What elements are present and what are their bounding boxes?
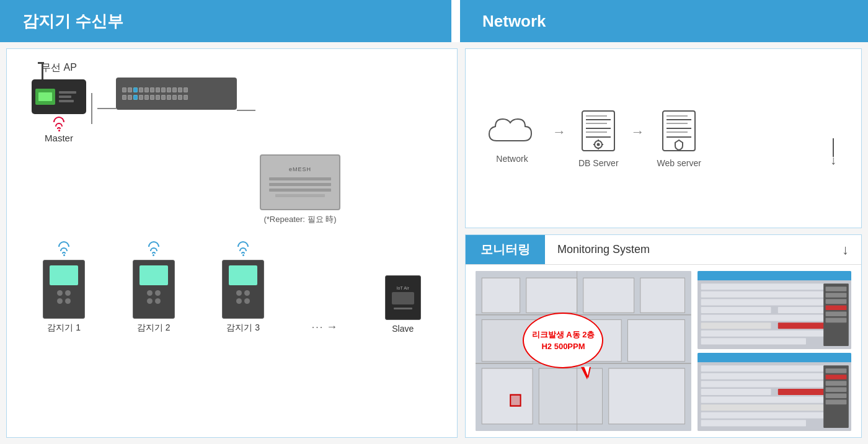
svg-rect-13 (663, 111, 695, 151)
svg-rect-29 (539, 368, 602, 424)
cloud-label: Network (496, 154, 528, 164)
floorplan-screenshot: 리크발생 A동 2층 H2 500PPM (476, 271, 691, 431)
dots-separator: ··· (312, 322, 324, 333)
svg-rect-49 (825, 293, 846, 298)
repeater-label: (*Repeater: 필요 時) (264, 214, 336, 225)
arrow-1: → (552, 124, 566, 140)
svg-rect-23 (583, 278, 634, 313)
svg-rect-70 (825, 394, 846, 399)
bubble-line1: 리크발생 A동 2층 (532, 329, 595, 341)
svg-rect-28 (482, 368, 533, 424)
monitoring-badge: 모니터링 (466, 235, 545, 264)
screenshot-top-right (698, 271, 851, 349)
svg-rect-43 (701, 322, 771, 329)
svg-rect-50 (825, 299, 846, 304)
master-device (32, 79, 86, 114)
sensor-3-label: 감지기 3 (226, 322, 260, 334)
arrow-to-slave: → (326, 321, 337, 334)
network-title: Network (482, 12, 546, 31)
monitor-top-svg (698, 271, 851, 349)
svg-rect-52 (825, 312, 846, 317)
monitoring-system-title: Monitoring System (545, 243, 650, 256)
db-server-label: DB Server (578, 158, 619, 168)
cloud-icon (484, 113, 540, 150)
svg-rect-66 (825, 368, 846, 373)
web-server-icon (660, 109, 698, 153)
repeater-device: eMESH (*Repeater: 필요 時) (156, 154, 445, 225)
svg-rect-24 (640, 278, 685, 313)
svg-rect-64 (701, 420, 805, 426)
web-server-label: Web server (657, 158, 701, 168)
network-switch (116, 78, 237, 110)
master-signal-icon (53, 117, 64, 131)
monitoring-images-row: 리크발생 A동 2층 H2 500PPM (466, 265, 861, 437)
svg-rect-34 (510, 395, 520, 406)
svg-rect-71 (825, 400, 846, 405)
svg-rect-36 (698, 271, 851, 280)
svg-rect-51 (825, 305, 846, 310)
wireless-ap-label: 무선 AP (41, 61, 77, 74)
svg-rect-67 (825, 375, 846, 380)
arrow-2: → (631, 124, 645, 140)
floorplan-overlay: 리크발생 A동 2층 H2 500PPM (476, 271, 691, 431)
web-server-block: Web server (657, 109, 701, 168)
slave-label: Slave (392, 324, 414, 334)
down-arrow-indicator: ↓ (842, 242, 861, 258)
down-arrow-to-monitoring: ↓ (830, 138, 843, 163)
sensor-1-label: 감지기 1 (47, 322, 81, 334)
header-right: Network (460, 0, 868, 42)
svg-rect-27 (627, 320, 684, 362)
alert-bubble: 리크발생 A동 2층 H2 500PPM (523, 313, 603, 368)
svg-rect-40 (701, 307, 771, 313)
svg-point-5 (597, 143, 600, 146)
sensor-1: 감지기 1 (43, 241, 85, 334)
header-gap (451, 0, 459, 42)
screenshot-bottom-right (698, 353, 851, 431)
sensor-2-label: 감지기 2 (137, 322, 170, 334)
svg-rect-53 (825, 318, 846, 323)
master-label: Master (45, 133, 73, 143)
svg-rect-69 (825, 387, 846, 392)
monitor-bottom-svg (698, 353, 851, 431)
cloud-network-block: Network (484, 113, 540, 164)
svg-rect-59 (701, 389, 771, 395)
svg-rect-21 (482, 278, 520, 313)
right-panel: Network → (465, 48, 862, 438)
monitoring-header-row: 모니터링 Monitoring System ↓ (466, 235, 861, 265)
svg-rect-46 (701, 338, 805, 344)
svg-rect-68 (825, 381, 846, 386)
sensors-row: 감지기 1 (19, 235, 445, 334)
left-panel: 무선 AP (6, 48, 458, 438)
network-diagram: Network → (465, 48, 862, 228)
main-content: 무선 AP (0, 42, 868, 444)
db-server-icon (580, 109, 617, 153)
svg-rect-22 (526, 278, 577, 313)
db-server-block: DB Server (578, 109, 619, 168)
monitoring-section: 모니터링 Monitoring System ↓ (465, 234, 862, 438)
header-left: 감지기 수신부 (0, 0, 451, 42)
svg-rect-30 (609, 368, 685, 424)
right-screenshots (698, 271, 851, 431)
left-panel-title: 감지기 수신부 (22, 11, 123, 32)
slave-device: IoT Air Slave (385, 260, 421, 334)
sensor-2: 감지기 2 (133, 241, 175, 334)
sensor-3: 감지기 3 (222, 241, 264, 334)
bubble-line2: H2 500PPM (532, 340, 595, 353)
header-row: 감지기 수신부 Network (0, 0, 868, 42)
svg-rect-48 (825, 286, 846, 291)
svg-rect-55 (698, 353, 851, 362)
